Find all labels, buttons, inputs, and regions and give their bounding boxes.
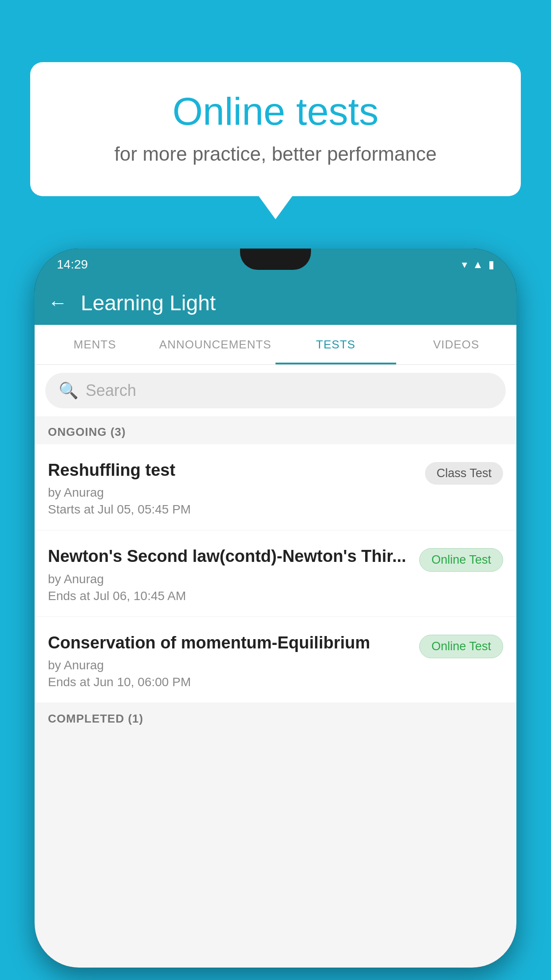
test-info-3: Conservation of momentum-Equilibrium by … [48, 632, 419, 689]
search-placeholder: Search [86, 381, 136, 400]
signal-icon: ▲ [472, 258, 483, 271]
test-date-2: Ends at Jul 06, 10:45 AM [48, 589, 410, 603]
back-button[interactable]: ← [48, 292, 67, 314]
phone-frame: 14:29 ▾ ▲ ▮ ← Learning Light MENTS ANNOU… [35, 249, 516, 968]
search-bar[interactable]: 🔍 Search [45, 373, 506, 408]
tab-bar: MENTS ANNOUNCEMENTS TESTS VIDEOS [35, 325, 516, 365]
speech-bubble: Online tests for more practice, better p… [30, 62, 521, 196]
app-title: Learning Light [81, 291, 216, 315]
test-badge-1: Class Test [425, 462, 503, 485]
test-author-2: by Anurag [48, 572, 410, 586]
test-name-1: Reshuffling test [48, 459, 416, 481]
tab-announcements[interactable]: ANNOUNCEMENTS [155, 325, 276, 364]
status-bar: 14:29 ▾ ▲ ▮ [35, 249, 516, 281]
status-icons: ▾ ▲ ▮ [462, 258, 494, 271]
test-item-2[interactable]: Newton's Second law(contd)-Newton's Thir… [35, 530, 516, 616]
wifi-icon: ▾ [462, 258, 467, 271]
test-badge-2: Online Test [419, 548, 503, 572]
test-item-1[interactable]: Reshuffling test by Anurag Starts at Jul… [35, 444, 516, 530]
test-author-3: by Anurag [48, 658, 410, 672]
test-info-2: Newton's Second law(contd)-Newton's Thir… [48, 545, 419, 603]
app-bar: ← Learning Light [35, 281, 516, 325]
test-item-3[interactable]: Conservation of momentum-Equilibrium by … [35, 617, 516, 703]
ongoing-section-header: ONGOING (3) [35, 416, 516, 444]
test-name-3: Conservation of momentum-Equilibrium [48, 632, 410, 654]
test-author-1: by Anurag [48, 486, 416, 500]
test-date-1: Starts at Jul 05, 05:45 PM [48, 502, 416, 517]
test-badge-3: Online Test [419, 635, 503, 658]
test-name-2: Newton's Second law(contd)-Newton's Thir… [48, 545, 410, 567]
tab-tests[interactable]: TESTS [276, 325, 396, 364]
test-list: Reshuffling test by Anurag Starts at Jul… [35, 444, 516, 703]
tab-ments[interactable]: MENTS [35, 325, 155, 364]
phone-notch [240, 249, 311, 270]
tab-videos[interactable]: VIDEOS [396, 325, 517, 364]
battery-icon: ▮ [488, 258, 494, 271]
search-icon: 🔍 [59, 381, 79, 400]
completed-section-header: COMPLETED (1) [35, 703, 516, 731]
bubble-title: Online tests [66, 89, 485, 134]
test-info-1: Reshuffling test by Anurag Starts at Jul… [48, 459, 425, 517]
test-date-3: Ends at Jun 10, 06:00 PM [48, 675, 410, 689]
search-container: 🔍 Search [35, 365, 516, 416]
bubble-subtitle: for more practice, better performance [66, 143, 485, 165]
status-time: 14:29 [57, 257, 88, 272]
phone-screen: MENTS ANNOUNCEMENTS TESTS VIDEOS 🔍 Searc… [35, 325, 516, 968]
